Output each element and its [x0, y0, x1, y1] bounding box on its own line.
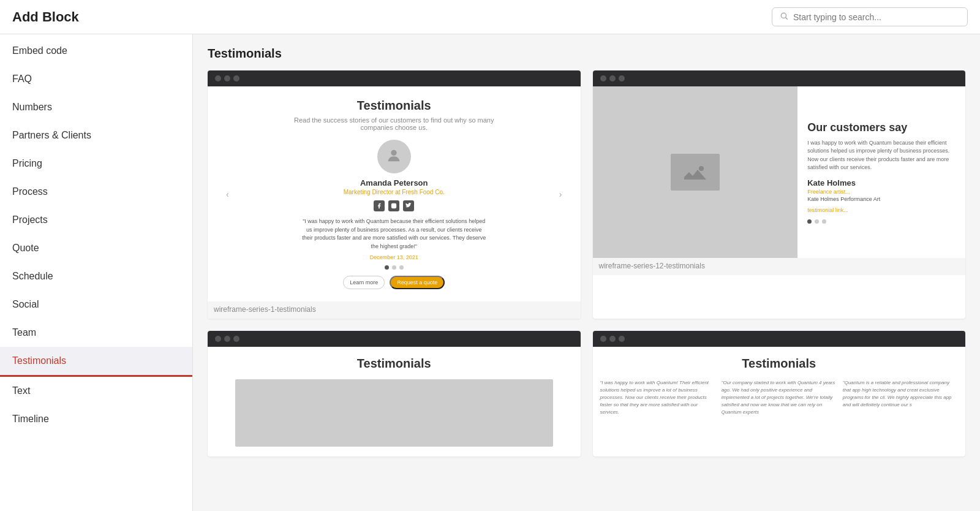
wf1-avatar	[377, 140, 411, 173]
svg-point-2	[391, 150, 397, 155]
browser-bar-wf3	[208, 331, 581, 347]
search-bar[interactable]	[772, 7, 968, 26]
browser-bar-wf4	[593, 331, 966, 347]
image-placeholder-icon	[671, 154, 720, 191]
learn-more-button[interactable]: Learn more	[343, 276, 385, 289]
sidebar-item-partners-clients[interactable]: Partners & Clients	[0, 121, 192, 150]
wf2-heading: Our customers say	[807, 121, 956, 134]
browser-bar-wf1	[208, 70, 581, 86]
browser-dot-9	[233, 336, 239, 342]
card-wf1[interactable]: ‹ Testimonials Read the success stories …	[208, 70, 581, 319]
sidebar-item-pricing[interactable]: Pricing	[0, 150, 192, 178]
layout: Embed code FAQ Numbers Partners & Client…	[0, 34, 980, 511]
sidebar-item-quote[interactable]: Quote	[0, 234, 192, 262]
wf4-quote-col-2: "Our company started to work with Quantu…	[722, 379, 837, 416]
wf2-dot-2	[815, 219, 819, 224]
wf1-author-role: Marketing Director at Fresh Food Co.	[344, 189, 445, 195]
wf1-buttons: Learn more Request a quote	[343, 276, 445, 289]
wf2-company: Kate Holmes Performance Art	[807, 196, 956, 202]
wf4-title: Testimonials	[742, 357, 816, 371]
wf2-author: Kate Holmes	[807, 178, 956, 187]
card-content-wf3: Testimonials	[208, 347, 581, 456]
wf4-quote-col-1: "I was happy to work with Quantum! Their…	[600, 379, 715, 416]
sidebar-item-timeline[interactable]: Timeline	[0, 405, 192, 433]
browser-dot-7	[215, 336, 221, 342]
wf1-social-links	[374, 200, 414, 211]
svg-line-1	[786, 18, 788, 20]
card-wf2[interactable]: Our customers say I was happy to work wi…	[593, 70, 966, 319]
wf2-text-side: Our customers say I was happy to work wi…	[797, 86, 965, 258]
sidebar-item-testimonials[interactable]: Testimonials	[0, 347, 192, 377]
wf2-dots	[807, 219, 956, 224]
sidebar-item-numbers[interactable]: Numbers	[0, 93, 192, 121]
wf1-subtitle: Read the success stories of our customer…	[290, 116, 498, 131]
wf4-quote-text-3: "Quantum is a reliable and professional …	[843, 379, 958, 409]
browser-dot-11	[609, 336, 616, 342]
wf4-quotes-row: "I was happy to work with Quantum! Their…	[600, 379, 959, 416]
browser-dot-12	[619, 336, 625, 342]
prev-arrow-icon[interactable]: ‹	[226, 189, 229, 199]
sidebar-item-process[interactable]: Process	[0, 178, 192, 206]
facebook-icon[interactable]	[374, 200, 385, 211]
browser-dot-2	[224, 75, 230, 81]
wf1-title: Testimonials	[357, 99, 431, 113]
card-content-wf2: Our customers say I was happy to work wi…	[593, 86, 966, 258]
wf2-quote-text: I was happy to work with Quantum because…	[807, 139, 956, 172]
browser-dot-4	[600, 75, 606, 81]
wf2-image	[593, 86, 798, 258]
wf2-link[interactable]: testimonial link...	[807, 207, 956, 213]
wf2-dot-1	[807, 219, 812, 224]
browser-dot-1	[215, 75, 221, 81]
wf1-nav-wrapper: ‹ Testimonials Read the success stories …	[226, 99, 562, 289]
card-wf4[interactable]: Testimonials "I was happy to work with Q…	[593, 331, 966, 456]
dot-3	[399, 265, 404, 270]
wf4-quote-col-3: "Quantum is a reliable and professional …	[843, 379, 958, 416]
sidebar-item-embed-code[interactable]: Embed code	[0, 37, 192, 65]
sidebar-item-text[interactable]: Text	[0, 377, 192, 405]
header: Add Block	[0, 0, 980, 34]
twitter-icon[interactable]	[403, 200, 414, 211]
wf3-title: Testimonials	[357, 357, 431, 371]
wf1-author-name: Amanda Peterson	[360, 178, 428, 187]
card-content-wf4: Testimonials "I was happy to work with Q…	[593, 347, 966, 426]
browser-dot-6	[619, 75, 625, 81]
svg-point-6	[699, 166, 704, 171]
card-label-wf2: wireframe-series-12-testimonials	[593, 258, 966, 275]
browser-dot-8	[224, 336, 230, 342]
svg-point-0	[781, 13, 786, 18]
sidebar-item-schedule[interactable]: Schedule	[0, 262, 192, 290]
browser-dot-10	[600, 336, 606, 342]
next-arrow-icon[interactable]: ›	[559, 189, 562, 199]
sidebar-item-team[interactable]: Team	[0, 319, 192, 347]
card-wf3[interactable]: Testimonials	[208, 331, 581, 456]
request-quote-button[interactable]: Request a quote	[390, 276, 445, 289]
cards-grid-bottom: Testimonials Testimonials "I was happy t…	[208, 331, 965, 456]
svg-rect-3	[391, 203, 396, 208]
avatar-icon	[385, 147, 402, 167]
wf4-quote-text-1: "I was happy to work with Quantum! Their…	[600, 379, 715, 416]
wf1-quote-text: "I was happy to work with Quantum becaus…	[302, 218, 486, 251]
instagram-icon[interactable]	[388, 200, 399, 211]
sidebar-item-faq[interactable]: FAQ	[0, 65, 192, 93]
sidebar: Embed code FAQ Numbers Partners & Client…	[0, 34, 193, 511]
page-title: Add Block	[12, 9, 79, 25]
wf1-date: December 13, 2021	[370, 254, 418, 260]
dot-2	[392, 265, 396, 270]
wf4-quote-text-2: "Our company started to work with Quantu…	[722, 379, 837, 416]
wf2-role: Freelance artist...	[807, 189, 956, 195]
dot-1	[385, 265, 389, 270]
wf1-dots	[385, 265, 404, 270]
card-label-wf1: wireframe-series-1-testimonials	[208, 301, 581, 319]
sidebar-item-social[interactable]: Social	[0, 290, 192, 319]
browser-dot-3	[233, 75, 239, 81]
card-content-wf1: ‹ Testimonials Read the success stories …	[208, 86, 581, 301]
section-title: Testimonials	[208, 47, 965, 61]
cards-grid-top: ‹ Testimonials Read the success stories …	[208, 70, 965, 319]
search-icon	[780, 12, 788, 22]
browser-bar-wf2	[593, 70, 966, 86]
wf3-image	[235, 379, 553, 447]
main-content: Testimonials ‹ Testimonials Read the suc…	[193, 34, 980, 511]
search-input[interactable]	[793, 12, 960, 22]
wf2-dot-3	[822, 219, 826, 224]
sidebar-item-projects[interactable]: Projects	[0, 206, 192, 234]
